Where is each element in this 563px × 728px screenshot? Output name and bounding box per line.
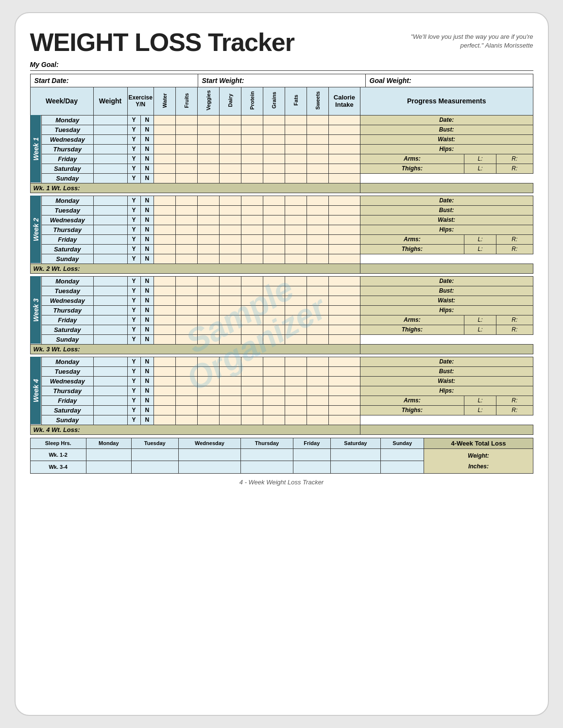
- exercise-n[interactable]: N: [140, 134, 154, 144]
- food-protein[interactable]: [241, 115, 263, 125]
- food-fruits[interactable]: [175, 125, 197, 134]
- food-dairy[interactable]: [219, 405, 241, 415]
- food-fruits[interactable]: [175, 305, 197, 315]
- exercise-y[interactable]: Y: [127, 334, 140, 344]
- food-fats[interactable]: [285, 225, 307, 234]
- food-fats[interactable]: [285, 315, 307, 325]
- food-sweets[interactable]: [307, 296, 328, 305]
- food-protein[interactable]: [241, 196, 263, 205]
- food-protein[interactable]: [241, 296, 263, 305]
- calorie-intake[interactable]: [328, 205, 360, 215]
- food-fruits[interactable]: [175, 415, 197, 425]
- exercise-y[interactable]: Y: [127, 164, 140, 173]
- calorie-intake[interactable]: [328, 334, 360, 344]
- food-dairy[interactable]: [219, 154, 241, 164]
- calorie-intake[interactable]: [328, 396, 360, 405]
- weight-input[interactable]: [93, 315, 127, 325]
- calorie-intake[interactable]: [328, 286, 360, 296]
- exercise-y[interactable]: Y: [127, 405, 140, 415]
- food-sweets[interactable]: [307, 173, 328, 183]
- food-protein[interactable]: [241, 134, 263, 144]
- food-veggies[interactable]: [197, 173, 219, 183]
- food-dairy[interactable]: [219, 115, 241, 125]
- food-protein[interactable]: [241, 415, 263, 425]
- food-grains[interactable]: [263, 415, 285, 425]
- exercise-y[interactable]: Y: [127, 215, 140, 225]
- exercise-n[interactable]: N: [140, 144, 154, 154]
- food-water[interactable]: [154, 366, 175, 376]
- food-water[interactable]: [154, 276, 175, 286]
- exercise-y[interactable]: Y: [127, 305, 140, 315]
- food-sweets[interactable]: [307, 154, 328, 164]
- food-water[interactable]: [154, 144, 175, 154]
- food-veggies[interactable]: [197, 366, 219, 376]
- sleep-cell[interactable]: [380, 448, 424, 461]
- exercise-n[interactable]: N: [140, 164, 154, 173]
- food-water[interactable]: [154, 234, 175, 244]
- exercise-n[interactable]: N: [140, 173, 154, 183]
- food-water[interactable]: [154, 196, 175, 205]
- food-veggies[interactable]: [197, 244, 219, 254]
- food-fats[interactable]: [285, 386, 307, 396]
- food-fats[interactable]: [285, 234, 307, 244]
- calorie-intake[interactable]: [328, 144, 360, 154]
- exercise-n[interactable]: N: [140, 115, 154, 125]
- food-sweets[interactable]: [307, 134, 328, 144]
- calorie-intake[interactable]: [328, 244, 360, 254]
- exercise-n[interactable]: N: [140, 366, 154, 376]
- food-grains[interactable]: [263, 154, 285, 164]
- food-dairy[interactable]: [219, 415, 241, 425]
- exercise-n[interactable]: N: [140, 305, 154, 315]
- food-water[interactable]: [154, 396, 175, 405]
- food-veggies[interactable]: [197, 225, 219, 234]
- food-water[interactable]: [154, 225, 175, 234]
- food-veggies[interactable]: [197, 415, 219, 425]
- food-veggies[interactable]: [197, 357, 219, 366]
- exercise-y[interactable]: Y: [127, 196, 140, 205]
- food-sweets[interactable]: [307, 357, 328, 366]
- exercise-n[interactable]: N: [140, 296, 154, 305]
- food-protein[interactable]: [241, 276, 263, 286]
- food-protein[interactable]: [241, 357, 263, 366]
- food-water[interactable]: [154, 254, 175, 264]
- exercise-y[interactable]: Y: [127, 205, 140, 215]
- weight-input[interactable]: [93, 325, 127, 334]
- food-sweets[interactable]: [307, 225, 328, 234]
- food-fruits[interactable]: [175, 334, 197, 344]
- food-water[interactable]: [154, 115, 175, 125]
- food-fruits[interactable]: [175, 144, 197, 154]
- food-veggies[interactable]: [197, 396, 219, 405]
- exercise-y[interactable]: Y: [127, 173, 140, 183]
- food-fats[interactable]: [285, 196, 307, 205]
- food-fruits[interactable]: [175, 134, 197, 144]
- exercise-y[interactable]: Y: [127, 115, 140, 125]
- food-sweets[interactable]: [307, 315, 328, 325]
- weight-input[interactable]: [93, 386, 127, 396]
- food-water[interactable]: [154, 164, 175, 173]
- sleep-cell[interactable]: [241, 461, 293, 474]
- food-fruits[interactable]: [175, 115, 197, 125]
- exercise-y[interactable]: Y: [127, 125, 140, 134]
- food-dairy[interactable]: [219, 305, 241, 315]
- food-grains[interactable]: [263, 325, 285, 334]
- food-veggies[interactable]: [197, 315, 219, 325]
- food-fats[interactable]: [285, 376, 307, 386]
- food-protein[interactable]: [241, 215, 263, 225]
- food-fruits[interactable]: [175, 215, 197, 225]
- exercise-n[interactable]: N: [140, 276, 154, 286]
- food-grains[interactable]: [263, 215, 285, 225]
- weight-input[interactable]: [93, 415, 127, 425]
- food-dairy[interactable]: [219, 234, 241, 244]
- food-sweets[interactable]: [307, 115, 328, 125]
- food-veggies[interactable]: [197, 234, 219, 244]
- weight-input[interactable]: [93, 154, 127, 164]
- food-fruits[interactable]: [175, 254, 197, 264]
- food-grains[interactable]: [263, 196, 285, 205]
- exercise-y[interactable]: Y: [127, 225, 140, 234]
- food-fruits[interactable]: [175, 196, 197, 205]
- food-protein[interactable]: [241, 205, 263, 215]
- food-grains[interactable]: [263, 234, 285, 244]
- food-sweets[interactable]: [307, 144, 328, 154]
- food-water[interactable]: [154, 415, 175, 425]
- food-sweets[interactable]: [307, 234, 328, 244]
